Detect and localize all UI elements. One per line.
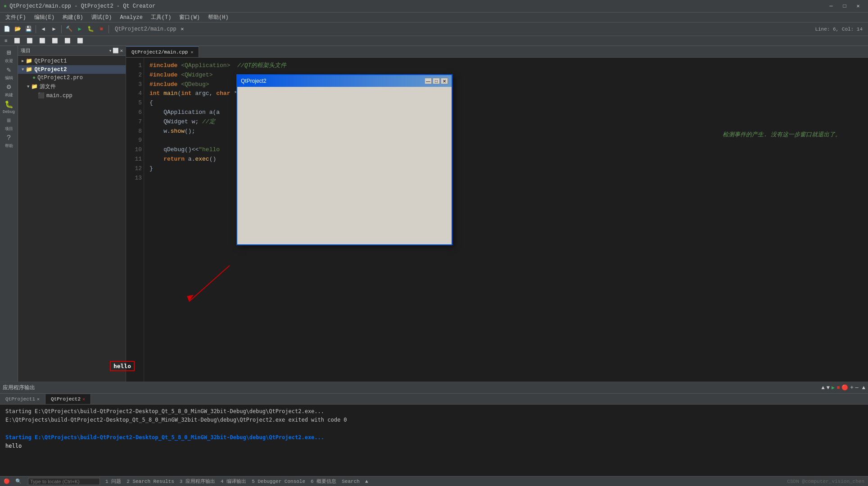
output-content: Starting E:\QtProjects\build-QtProject2-… xyxy=(0,405,868,476)
float-window: QtProject2 — □ ✕ xyxy=(236,74,452,245)
projects-icon: ≡ xyxy=(7,117,11,125)
status-bar: 🔴 🔍 1 问题 2 Search Results 3 应用程序输出 4 编译输… xyxy=(0,476,868,486)
float-close-button[interactable]: ✕ xyxy=(441,78,448,84)
menu-debug[interactable]: 调试(D) xyxy=(88,13,116,22)
tree-label: main.cpp xyxy=(46,93,72,99)
float-window-controls: — □ ✕ xyxy=(425,78,448,84)
output-clear-btn[interactable]: 🔴 xyxy=(841,384,848,391)
menu-window[interactable]: 窗口(W) xyxy=(176,13,203,22)
maximize-button[interactable]: □ xyxy=(838,2,851,11)
window-controls: — □ ✕ xyxy=(825,2,864,11)
tb2-btn6[interactable]: ⬜ xyxy=(62,37,73,45)
save-button[interactable]: 💾 xyxy=(23,24,33,34)
edit-label: 编辑 xyxy=(5,75,13,81)
output-stop-btn[interactable]: ■ xyxy=(836,385,840,391)
open-file-button[interactable]: 📂 xyxy=(13,24,23,34)
output-add-btn[interactable]: + xyxy=(850,385,853,391)
tree-item-qtproject2[interactable]: ▼ 📁 QtProject2 xyxy=(18,65,126,74)
hello-text: hello xyxy=(113,363,131,369)
tree-item-sources[interactable]: ▼ 📁 源文件 xyxy=(18,82,126,91)
status-general[interactable]: 6 概要信息 xyxy=(311,478,336,485)
output-tab1-close[interactable]: ✕ xyxy=(37,396,40,402)
tree-item-pro[interactable]: ● QtProject2.pro xyxy=(18,74,126,82)
menu-tools[interactable]: 工具(T) xyxy=(147,13,175,22)
status-debugger-console[interactable]: 5 Debugger Console xyxy=(252,479,305,484)
csdn-watermark: CSDN @computer_vision_chen xyxy=(787,479,864,484)
menu-file[interactable]: 文件(F) xyxy=(2,13,30,22)
status-expand-icon[interactable]: ▲ xyxy=(365,479,368,484)
output-close-btn[interactable]: ▲ xyxy=(862,385,865,391)
sidebar-edit[interactable]: ✎ 编辑 xyxy=(1,65,17,81)
tree-label: QtProject2 xyxy=(34,67,67,73)
menu-build[interactable]: 构建(B) xyxy=(59,13,87,22)
tb2-btn1[interactable]: ≡ xyxy=(2,37,10,45)
project-panel-title: 项目 xyxy=(21,47,31,54)
help-label: 帮助 xyxy=(5,143,13,149)
sidebar-projects[interactable]: ≡ 项目 xyxy=(1,116,17,132)
new-file-button[interactable]: 📄 xyxy=(2,24,12,34)
menu-analyze[interactable]: Analyze xyxy=(116,14,146,22)
projects-label: 项目 xyxy=(5,126,13,132)
debug-label: Debug xyxy=(3,110,15,114)
float-window-title-bar[interactable]: QtProject2 — □ ✕ xyxy=(237,75,452,87)
sidebar-build[interactable]: ⚙ 构建 xyxy=(1,82,17,98)
status-search-results[interactable]: 2 Search Results xyxy=(127,479,174,484)
panel-close-button[interactable]: ✕ xyxy=(120,48,123,54)
build-button[interactable]: 🔨 xyxy=(64,24,74,34)
status-error-count: 🔴 xyxy=(4,478,10,484)
output-run-btn[interactable]: ▶ xyxy=(832,384,835,391)
close-file-button[interactable]: ✕ xyxy=(177,24,187,34)
sidebar-help[interactable]: ? 帮助 xyxy=(1,133,17,149)
main-toolbar: 📄 📂 💾 ◀ ▶ 🔨 ▶ 🐛 ■ QtProject2/main.cpp ✕ … xyxy=(0,22,868,36)
app-icon: ● xyxy=(4,3,7,9)
filter-button[interactable]: ▾ xyxy=(109,48,112,54)
output-tab2-close[interactable]: ✕ xyxy=(82,396,85,402)
tb2-btn2[interactable]: ⬜ xyxy=(11,37,23,45)
float-window-title-text: QtProject2 xyxy=(241,78,267,84)
status-search-label: Search xyxy=(342,479,360,484)
welcome-icon: ⊞ xyxy=(7,48,11,57)
forward-button[interactable]: ▶ xyxy=(49,24,59,34)
stop-button[interactable]: ■ xyxy=(96,24,106,34)
close-button[interactable]: ✕ xyxy=(852,2,864,11)
status-right: CSDN @computer_vision_chen xyxy=(787,479,864,484)
output-line-3 xyxy=(5,424,863,433)
tree-item-main-cpp[interactable]: ⬛ main.cpp xyxy=(18,91,126,100)
float-minimize-button[interactable]: — xyxy=(425,78,432,84)
output-tab-qtproject1[interactable]: QtProject1 ✕ xyxy=(0,394,45,404)
menu-edit[interactable]: 编辑(E) xyxy=(31,13,59,22)
sidebar-welcome[interactable]: ⊞ 欢迎 xyxy=(1,48,17,64)
tree-item-qtproject1[interactable]: ▶ 📁 QtProject1 xyxy=(18,57,126,65)
file-icon: ● xyxy=(32,75,36,81)
sync-button[interactable]: ⬜ xyxy=(113,48,119,54)
tb2-btn4[interactable]: ⬜ xyxy=(36,37,48,45)
tab-main-cpp[interactable]: QtProject2/main.cpp ✕ xyxy=(126,46,199,57)
tb2-btn7[interactable]: ⬜ xyxy=(74,37,86,45)
output-remove-btn[interactable]: — xyxy=(855,385,859,391)
tb2-btn3[interactable]: ⬜ xyxy=(24,37,36,45)
debug-run-button[interactable]: 🐛 xyxy=(86,24,95,34)
output-tab-qtproject2[interactable]: QtProject2 ✕ xyxy=(45,394,91,404)
output-toolbar: 应用程序输出 ▲ ▼ ▶ ■ 🔴 + — ▲ xyxy=(0,382,868,394)
status-debug-output[interactable]: 4 编译输出 xyxy=(221,478,246,485)
welcome-label: 欢迎 xyxy=(5,58,13,64)
output-panel-title: 应用程序输出 xyxy=(3,384,35,392)
menu-help[interactable]: 帮助(H) xyxy=(204,13,232,22)
search-input[interactable] xyxy=(28,478,100,485)
status-app-output[interactable]: 3 应用程序输出 xyxy=(180,478,215,485)
tab-close-button[interactable]: ✕ xyxy=(190,50,193,55)
tb2-btn5[interactable]: ⬜ xyxy=(49,37,61,45)
expand-arrow: ▼ xyxy=(27,85,29,89)
float-maximize-button[interactable]: □ xyxy=(433,78,440,84)
cpp-icon: ⬛ xyxy=(38,92,45,99)
second-toolbar: ≡ ⬜ ⬜ ⬜ ⬜ ⬜ ⬜ xyxy=(0,36,868,46)
build-label: 构建 xyxy=(5,92,13,98)
back-button[interactable]: ◀ xyxy=(38,24,48,34)
status-issues[interactable]: 1 问题 xyxy=(105,478,121,485)
output-scroll-up[interactable]: ▲ xyxy=(822,385,825,391)
run-button[interactable]: ▶ xyxy=(75,24,85,34)
sidebar-debug[interactable]: 🐛 Debug xyxy=(1,99,17,115)
output-scroll-down[interactable]: ▼ xyxy=(827,385,830,391)
tab-label: QtProject2/main.cpp xyxy=(131,50,188,55)
minimize-button[interactable]: — xyxy=(825,2,837,11)
